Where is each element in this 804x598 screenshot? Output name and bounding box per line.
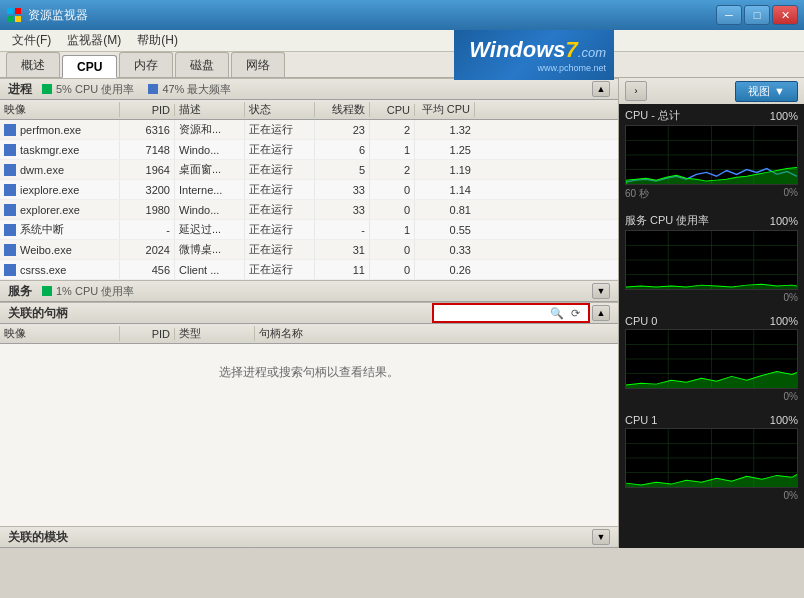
process-section-header[interactable]: 进程 5% CPU 使用率 47% 最大频率 ▲ (0, 78, 618, 100)
tab-network[interactable]: 网络 (231, 52, 285, 77)
services-section-header[interactable]: 服务 1% CPU 使用率 ▼ (0, 280, 618, 302)
table-row[interactable]: taskmgr.exe 7148 Windo... 正在运行 6 1 1.25 (0, 140, 618, 160)
th-h-image[interactable]: 映像 (0, 326, 120, 341)
th-desc[interactable]: 描述 (175, 102, 245, 117)
td-threads: 6 (315, 140, 370, 159)
tab-memory[interactable]: 内存 (119, 52, 173, 77)
modules-collapse-btn[interactable]: ▼ (592, 529, 610, 545)
table-row[interactable]: Weibo.exe 2024 微博桌... 正在运行 31 0 0.33 (0, 240, 618, 260)
table-row[interactable]: iexplore.exe 3200 Interne... 正在运行 33 0 1… (0, 180, 618, 200)
process-title: 进程 (8, 81, 32, 98)
td-desc: 资源和... (175, 120, 245, 139)
td-desc: Windo... (175, 140, 245, 159)
process-table-body: perfmon.exe 6316 资源和... 正在运行 23 2 1.32 t… (0, 120, 618, 280)
td-cpu: 2 (370, 160, 415, 179)
view-button[interactable]: 视图 ▼ (735, 81, 798, 102)
td-threads: 33 (315, 200, 370, 219)
table-row[interactable]: 系统中断 - 延迟过... 正在运行 - 1 0.55 (0, 220, 618, 240)
dropdown-arrow-icon: ▼ (774, 85, 785, 97)
row-icon (4, 124, 16, 136)
td-desc: 延迟过... (175, 220, 245, 239)
td-cpu: 0 (370, 260, 415, 279)
menu-monitor[interactable]: 监视器(M) (59, 30, 129, 51)
td-desc: 桌面窗... (175, 160, 245, 179)
th-status[interactable]: 状态 (245, 102, 315, 117)
search-refresh-icon[interactable]: ⟳ (566, 304, 584, 322)
svg-rect-0 (7, 8, 13, 14)
td-pid: 1964 (120, 160, 175, 179)
handles-title: 关联的句柄 (8, 305, 68, 322)
td-cpu: 1 (370, 220, 415, 239)
window-controls: ─ □ ✕ (716, 5, 798, 25)
th-threads[interactable]: 线程数 (315, 102, 370, 117)
right-panel: › 视图 ▼ CPU - 总计 100% (619, 78, 804, 548)
services-cpu-info: 1% CPU 使用率 (42, 284, 134, 299)
table-row[interactable]: dwm.exe 1964 桌面窗... 正在运行 5 2 1.19 (0, 160, 618, 180)
right-panel-header: › 视图 ▼ (619, 78, 804, 104)
td-avgcpu: 1.32 (415, 120, 475, 139)
close-button[interactable]: ✕ (772, 5, 798, 25)
handles-collapse-btn[interactable]: ▲ (592, 305, 610, 321)
logo-windows: Windows (469, 37, 565, 63)
logo-com: .com (578, 45, 606, 60)
app-icon (6, 7, 22, 23)
td-pid: 3200 (120, 180, 175, 199)
minimize-button[interactable]: ─ (716, 5, 742, 25)
th-avgcpu[interactable]: 平均 CPU (415, 102, 475, 117)
td-avgcpu: 0.55 (415, 220, 475, 239)
td-threads: - (315, 220, 370, 239)
svg-rect-2 (7, 16, 13, 22)
row-icon (4, 264, 16, 276)
td-image: csrss.exe (0, 260, 120, 279)
search-icon[interactable]: 🔍 (548, 304, 566, 322)
svg-rect-1 (15, 8, 21, 14)
graph-service-bottom-right: 0% (784, 292, 798, 303)
svg-rect-3 (15, 16, 21, 22)
row-icon (4, 244, 16, 256)
right-expand-btn[interactable]: › (625, 81, 647, 101)
td-threads: 23 (315, 120, 370, 139)
td-desc: Interne... (175, 180, 245, 199)
td-status: 正在运行 (245, 140, 315, 159)
th-image[interactable]: 映像 (0, 102, 120, 117)
services-title: 服务 (8, 283, 32, 300)
th-h-name[interactable]: 句柄名称 (255, 326, 618, 341)
menu-help[interactable]: 帮助(H) (129, 30, 186, 51)
td-status: 正在运行 (245, 220, 315, 239)
maximize-button[interactable]: □ (744, 5, 770, 25)
table-row[interactable]: csrss.exe 456 Client ... 正在运行 11 0 0.26 (0, 260, 618, 280)
tabs-bar: 概述 CPU 内存 磁盘 网络 (0, 52, 804, 78)
graph-service-cpu-title: 服务 CPU 使用率 (625, 213, 709, 228)
handles-search-box[interactable]: 🔍 ⟳ (432, 303, 590, 323)
td-desc: Windo... (175, 200, 245, 219)
th-h-type[interactable]: 类型 (175, 326, 255, 341)
td-image: iexplore.exe (0, 180, 120, 199)
row-icon (4, 204, 16, 216)
process-collapse-btn[interactable]: ▲ (592, 81, 610, 97)
th-cpu[interactable]: CPU (370, 104, 415, 116)
green-indicator (42, 84, 52, 94)
modules-section-header[interactable]: 关联的模块 ▼ (0, 526, 618, 548)
handles-search-input[interactable] (438, 307, 548, 319)
td-desc: 微博桌... (175, 240, 245, 259)
tab-cpu[interactable]: CPU (62, 55, 117, 78)
process-table-header: 映像 PID 描述 状态 线程数 CPU 平均 CPU (0, 100, 618, 120)
th-pid[interactable]: PID (120, 104, 175, 116)
td-status: 正在运行 (245, 120, 315, 139)
td-threads: 5 (315, 160, 370, 179)
td-threads: 11 (315, 260, 370, 279)
td-desc: Client ... (175, 260, 245, 279)
tab-overview[interactable]: 概述 (6, 52, 60, 77)
menu-file[interactable]: 文件(F) (4, 30, 59, 51)
th-h-pid[interactable]: PID (120, 328, 175, 340)
graph-cpu-total-percent: 100% (770, 110, 798, 122)
table-row[interactable]: perfmon.exe 6316 资源和... 正在运行 23 2 1.32 (0, 120, 618, 140)
graph-cpu1: CPU 1 100% (619, 410, 804, 509)
table-row[interactable]: explorer.exe 1980 Windo... 正在运行 33 0 0.8… (0, 200, 618, 220)
handles-section-header[interactable]: 关联的句柄 🔍 ⟳ ▲ (0, 302, 618, 324)
tab-disk[interactable]: 磁盘 (175, 52, 229, 77)
td-image: dwm.exe (0, 160, 120, 179)
td-status: 正在运行 (245, 160, 315, 179)
services-collapse-btn[interactable]: ▼ (592, 283, 610, 299)
row-icon (4, 224, 16, 236)
